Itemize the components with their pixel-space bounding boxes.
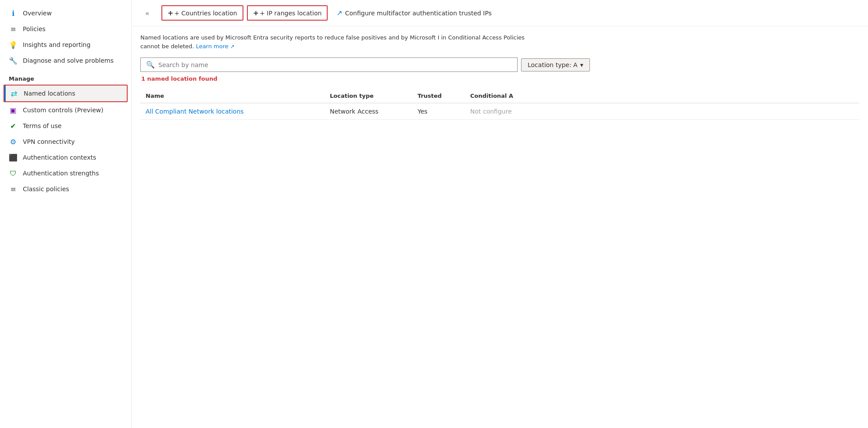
col-header-name: Name — [140, 89, 325, 103]
configure-mfa-button[interactable]: ↗ Configure multifactor authentication t… — [331, 6, 497, 20]
sidebar-item-label: Named locations — [24, 90, 75, 97]
named-locations-icon: ⇄ — [10, 89, 18, 98]
search-row: 🔍 Location type: A ▾ — [140, 57, 859, 72]
search-input[interactable] — [158, 61, 512, 68]
external-link-icon: ↗ — [336, 9, 342, 17]
sidebar: ℹ Overview ≡ Policies 💡 Insights and rep… — [0, 0, 132, 428]
toolbar: « + + Countries location + + IP ranges l… — [132, 0, 868, 26]
custom-controls-icon: ▣ — [9, 106, 18, 114]
chevron-down-icon: ▾ — [580, 61, 583, 68]
classic-policies-icon: ≡ — [9, 185, 18, 193]
external-icon-inline: ↗ — [230, 43, 235, 50]
sidebar-item-label: VPN connectivity — [23, 138, 75, 145]
learn-more-link[interactable]: Learn more — [196, 43, 229, 50]
table-header-row: Name Location type Trusted Conditional A — [140, 89, 859, 103]
vpn-icon: ⚙ — [9, 137, 18, 146]
sidebar-item-custom-controls[interactable]: ▣ Custom controls (Preview) — [0, 102, 131, 118]
auth-contexts-icon: ⬛ — [9, 153, 18, 162]
terms-icon: ✔ — [9, 121, 18, 130]
sidebar-item-classic-policies[interactable]: ≡ Classic policies — [0, 181, 131, 197]
plus-icon2: + — [253, 9, 259, 17]
search-icon: 🔍 — [146, 61, 155, 69]
sidebar-item-insights[interactable]: 💡 Insights and reporting — [0, 37, 131, 53]
table-row: All Compliant Network locations Network … — [140, 103, 859, 120]
results-count: 1 named location found — [140, 75, 859, 82]
ip-ranges-location-button[interactable]: + + IP ranges location — [247, 5, 328, 21]
sidebar-item-label: Policies — [23, 25, 46, 32]
col-header-conditional-access: Conditional A — [465, 89, 859, 103]
sidebar-item-policies[interactable]: ≡ Policies — [0, 21, 131, 37]
sidebar-item-overview[interactable]: ℹ Overview — [0, 5, 131, 21]
sidebar-item-label: Classic policies — [23, 185, 69, 193]
conditional-access-cell: Not configure — [465, 103, 859, 120]
content-area: Named locations are used by Microsoft En… — [132, 26, 868, 428]
search-box[interactable]: 🔍 — [140, 57, 518, 72]
named-locations-table: Name Location type Trusted Conditional A… — [140, 89, 859, 120]
auth-strengths-icon: 🛡 — [9, 169, 18, 178]
location-name-cell[interactable]: All Compliant Network locations — [140, 103, 325, 120]
sidebar-item-auth-contexts[interactable]: ⬛ Authentication contexts — [0, 150, 131, 165]
sidebar-item-label: Overview — [23, 10, 52, 17]
sidebar-item-label: Authentication strengths — [23, 170, 99, 177]
plus-icon: + — [168, 9, 173, 17]
location-type-filter-button[interactable]: Location type: A ▾ — [521, 58, 590, 71]
sidebar-item-label: Diagnose and solve problems — [23, 57, 114, 64]
sidebar-item-label: Custom controls (Preview) — [23, 107, 104, 114]
sidebar-item-diagnose[interactable]: 🔧 Diagnose and solve problems — [0, 53, 131, 68]
policies-icon: ≡ — [9, 25, 18, 33]
location-type-label: Location type: A — [528, 61, 578, 68]
sidebar-item-label: Authentication contexts — [23, 154, 96, 161]
col-header-location-type: Location type — [325, 89, 412, 103]
collapse-sidebar-button[interactable]: « — [140, 6, 154, 20]
sidebar-item-terms-of-use[interactable]: ✔ Terms of use — [0, 118, 131, 134]
countries-location-button[interactable]: + + Countries location — [161, 5, 243, 21]
col-header-trusted: Trusted — [412, 89, 465, 103]
sidebar-item-label: Insights and reporting — [23, 41, 90, 48]
description-text: Named locations are used by Microsoft En… — [140, 33, 535, 50]
sidebar-item-auth-strengths[interactable]: 🛡 Authentication strengths — [0, 165, 131, 181]
info-icon: ℹ — [9, 9, 18, 18]
sidebar-item-named-locations[interactable]: ⇄ Named locations — [4, 85, 128, 102]
main-area: « + + Countries location + + IP ranges l… — [132, 0, 868, 428]
trusted-cell: Yes — [412, 103, 465, 120]
location-type-cell: Network Access — [325, 103, 412, 120]
diagnose-icon: 🔧 — [9, 56, 18, 65]
insights-icon: 💡 — [9, 40, 18, 49]
sidebar-item-label: Terms of use — [23, 122, 61, 129]
sidebar-item-vpn[interactable]: ⚙ VPN connectivity — [0, 134, 131, 150]
manage-section-header: Manage — [0, 68, 131, 85]
